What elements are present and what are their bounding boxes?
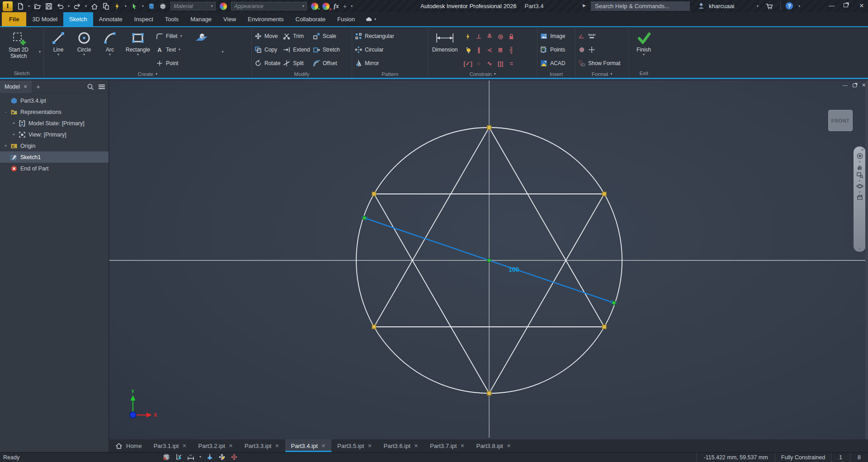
doc-tab-close-icon[interactable]: ✕ <box>182 443 186 449</box>
striped-circle-icon[interactable] <box>578 46 585 53</box>
rectangle-button[interactable]: Rectangle▾ <box>126 29 150 57</box>
look-at-icon[interactable] <box>856 194 863 201</box>
trim-button[interactable]: Trim <box>283 29 310 43</box>
copy-properties-icon[interactable] <box>102 3 109 10</box>
text-button[interactable]: AText▾ <box>156 43 182 57</box>
browser-search-icon[interactable] <box>87 83 94 90</box>
exit-panel-label[interactable]: Exit <box>632 69 656 78</box>
tree-expander[interactable]: + <box>12 132 16 137</box>
arc-button[interactable]: Arc▾ <box>100 29 120 57</box>
show-constraints-constraint-button[interactable]: [✓] <box>463 61 472 67</box>
doc-tab-close-icon[interactable]: ✕ <box>460 443 464 449</box>
sketch-canvas[interactable]: 100YX — ✕ FRONT ✕ ▾ ▾ ▾ ⊖ <box>109 80 868 439</box>
slice-graphics-icon[interactable] <box>206 453 213 461</box>
finish-dropdown-icon[interactable]: ▾ <box>643 53 645 57</box>
constrain-panel-label[interactable]: Constrain▾ <box>431 71 534 78</box>
select-dropdown-icon[interactable]: ▾ <box>142 5 144 8</box>
qat-add-icon[interactable]: + <box>343 3 347 10</box>
symmetric-constraint-button[interactable]: ≣ <box>498 47 503 53</box>
username-label[interactable]: kharcuaai <box>709 3 734 9</box>
doc-tab-close-icon[interactable]: ✕ <box>414 443 418 449</box>
pattern-panel-label[interactable]: Pattern <box>355 70 425 78</box>
viewcube-front-face[interactable]: FRONT <box>828 110 853 131</box>
ribbon-tab-file[interactable]: File <box>2 12 26 26</box>
circular-button[interactable]: Circular <box>355 43 394 57</box>
doc-tab-home[interactable]: Home <box>109 439 148 452</box>
adjust-appearance-icon[interactable]: + <box>311 3 318 10</box>
parameters-fx-icon[interactable]: fx <box>334 3 339 10</box>
line-button[interactable]: Line▾ <box>48 29 68 57</box>
close-button[interactable]: ✕ <box>855 2 868 9</box>
doc-tab-part3-5-ipt[interactable]: Part3.5.ipt✕ <box>331 439 377 452</box>
tree-item-model-state-primary-[interactable]: +Model State: [Primary] <box>0 118 108 129</box>
circle-tangent-constraint-button[interactable]: ○ <box>477 61 481 67</box>
smooth-constraint-button[interactable]: ∿ <box>487 61 492 67</box>
ribbon-tab-fusion[interactable]: Fusion <box>331 12 361 26</box>
navigation-wheel-icon[interactable] <box>856 152 863 160</box>
transparent-constraint-button[interactable]: [|] <box>498 61 503 67</box>
sketch-drawing[interactable]: 100YX <box>109 80 868 439</box>
user-avatar-icon[interactable] <box>698 2 705 9</box>
zoom-dropdown-icon[interactable]: ▾ <box>859 179 861 182</box>
snap-grid-icon[interactable] <box>163 453 170 461</box>
search-input[interactable]: Search Help & Commands... <box>591 1 690 11</box>
undo-dropdown-icon[interactable]: ▾ <box>68 5 70 8</box>
tree-expander[interactable]: - <box>4 109 8 114</box>
fillet-button[interactable]: Fillet▾ <box>156 29 182 43</box>
doc-tab-par3-1-ipt[interactable]: Par3.1.ipt✕ <box>148 439 193 452</box>
new-file-dropdown-icon[interactable]: ▾ <box>28 5 30 8</box>
project-geometry-button[interactable] <box>188 29 216 47</box>
pan-hand-icon[interactable] <box>856 164 863 171</box>
doc-tab-close-icon[interactable]: ✕ <box>229 443 233 449</box>
project-geometry-dropdown-icon[interactable]: ▾ <box>222 50 223 54</box>
ribbon-tab-inspect[interactable]: Inspect <box>128 12 159 26</box>
browser-tab-model[interactable]: Model✕ <box>0 80 32 93</box>
minimize-button[interactable]: — <box>826 2 838 9</box>
navbar-menu-icon[interactable]: ⊖ <box>859 247 861 250</box>
doc-tab-part3-7-ipt[interactable]: Part3.7.ipt✕ <box>424 439 470 452</box>
doc-tab-part3-8-ipt[interactable]: Part3.8.ipt✕ <box>470 439 516 452</box>
concentric-constraint-button[interactable]: ◎ <box>498 33 503 40</box>
scale-button[interactable]: Scale <box>313 29 340 43</box>
store-cart-icon[interactable] <box>766 3 773 10</box>
doc-tab-part3-3-ipt[interactable]: Part3.3.ipt✕ <box>239 439 285 452</box>
dimension-display-icon[interactable]: +/- <box>187 453 194 461</box>
constraint-inference-icon[interactable] <box>175 453 182 461</box>
doc-tab-close-icon[interactable]: ✕ <box>275 443 279 449</box>
mirror-button[interactable]: Mirror <box>355 57 394 70</box>
doc-minimize-icon[interactable]: — <box>843 82 848 88</box>
points-button[interactable]: Points <box>540 43 565 57</box>
redo-dropdown-icon[interactable]: ▾ <box>85 5 87 8</box>
ribbon-tab-tools[interactable]: Tools <box>159 12 184 26</box>
tree-item-origin[interactable]: +Origin <box>0 140 108 151</box>
home-icon[interactable] <box>91 3 98 10</box>
color-wheel-icon[interactable] <box>220 3 227 10</box>
tree-item-sketch1[interactable]: Sketch1 <box>0 151 108 163</box>
rotate-button[interactable]: Rotate <box>255 57 280 70</box>
sketch-panel-label[interactable]: Sketch <box>3 69 41 78</box>
create-panel-label[interactable]: Create▾ <box>47 70 249 78</box>
tree-expander[interactable]: + <box>4 143 8 148</box>
zoom-window-icon[interactable] <box>856 171 863 179</box>
save-icon[interactable] <box>45 3 52 10</box>
user-dropdown-icon[interactable]: ▾ <box>757 5 759 8</box>
modify-panel-label[interactable]: Modify <box>255 70 349 78</box>
tangent-constraint-button[interactable]: ≺ <box>487 47 492 53</box>
extend-button[interactable]: Extend <box>283 43 310 57</box>
format-panel-label[interactable]: Format▾ <box>578 70 626 78</box>
doc-tab-part3-4-ipt[interactable]: Part3.4.ipt✕ <box>285 439 331 452</box>
equal-constraint-button[interactable]: = <box>509 61 513 67</box>
offset-button[interactable]: Offset <box>313 57 340 70</box>
navbar-close-icon[interactable]: ✕ <box>861 148 864 152</box>
ribbon-tab-environments[interactable]: Environments <box>242 12 289 26</box>
ribbon-tab-3d-model[interactable]: 3D Model <box>26 12 63 26</box>
lock-constraint-button[interactable] <box>508 33 515 40</box>
ilogic-trigger-icon[interactable] <box>113 3 121 10</box>
start-2d-sketch-dropdown-icon[interactable]: ▾ <box>39 50 41 54</box>
doc-restore-icon[interactable] <box>853 84 857 87</box>
circle-button[interactable]: Circle▾ <box>74 29 94 57</box>
ribbon-tab-collaborate[interactable]: Collaborate <box>290 12 332 26</box>
wheel-dropdown-icon[interactable]: ▾ <box>859 160 861 163</box>
insert-panel-label[interactable]: Insert <box>540 70 572 78</box>
parallel-constraint-button[interactable]: ∥ <box>477 47 481 53</box>
